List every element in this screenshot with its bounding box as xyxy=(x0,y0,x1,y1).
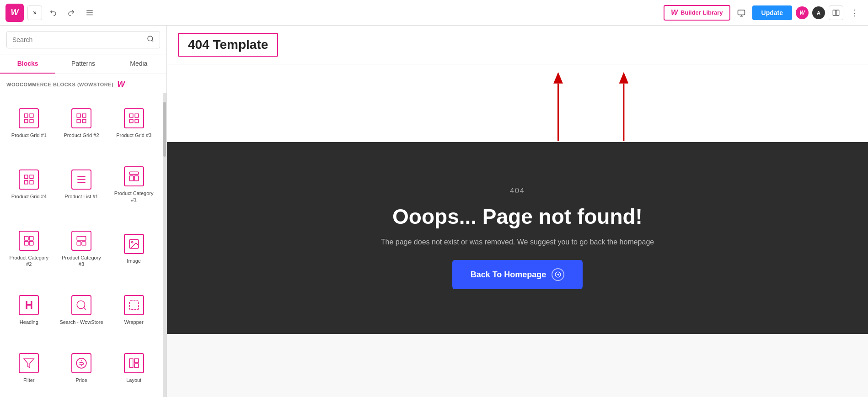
block-label: Search - WowStore xyxy=(59,319,103,325)
sidebar-scrollbar[interactable] xyxy=(163,93,166,397)
price-icon xyxy=(71,353,91,373)
content-area: 404 Template 404 Ooops... P xyxy=(167,26,868,397)
toolbar-left: W × xyxy=(5,4,97,22)
block-product-grid-4[interactable]: Product Grid #4 xyxy=(4,153,54,215)
layout-icon xyxy=(124,353,144,373)
sidebar-tabs: Blocks Patterns Media xyxy=(0,54,166,74)
search-input[interactable] xyxy=(7,32,141,47)
image-icon xyxy=(124,234,144,254)
block-heading[interactable]: H Heading xyxy=(4,281,54,338)
tab-blocks[interactable]: Blocks xyxy=(0,54,55,74)
block-product-category-1[interactable]: Product Category #1 xyxy=(108,153,159,215)
error-heading: Ooops... Page not found! xyxy=(392,204,643,229)
svg-rect-46 xyxy=(129,359,133,368)
block-label: Product Category #1 xyxy=(111,190,156,203)
svg-rect-3 xyxy=(738,10,745,15)
canvas-empty-top xyxy=(167,64,868,142)
svg-rect-34 xyxy=(25,241,29,245)
svg-rect-48 xyxy=(134,364,139,368)
svg-point-45 xyxy=(76,358,86,368)
menu-button[interactable] xyxy=(82,5,97,20)
block-product-grid-2[interactable]: Product Grid #2 xyxy=(56,95,107,151)
block-product-grid-1[interactable]: Product Grid #1 xyxy=(4,95,54,151)
block-label: Product Grid #2 xyxy=(64,132,99,138)
svg-rect-15 xyxy=(82,114,86,117)
block-label: Wrapper xyxy=(124,319,144,325)
canvas-area[interactable]: 404 Ooops... Page not found! The page do… xyxy=(167,64,868,397)
svg-line-42 xyxy=(84,307,86,310)
svg-rect-20 xyxy=(129,119,133,123)
sidebar-scroll-thumb xyxy=(163,102,166,157)
svg-rect-7 xyxy=(836,10,839,16)
block-label: Product Grid #1 xyxy=(11,132,47,138)
product-grid-1-icon xyxy=(19,108,39,128)
svg-point-41 xyxy=(77,301,85,308)
device-toggle-button[interactable] xyxy=(734,5,749,20)
svg-rect-11 xyxy=(30,114,33,117)
svg-rect-6 xyxy=(833,10,836,16)
split-view-button[interactable] xyxy=(829,5,843,20)
svg-rect-37 xyxy=(77,242,81,245)
woo-logo-small: W xyxy=(796,6,809,19)
svg-rect-32 xyxy=(25,236,29,240)
update-label: Update xyxy=(761,9,783,16)
svg-rect-47 xyxy=(134,359,139,363)
svg-rect-23 xyxy=(30,175,33,179)
undo-button[interactable] xyxy=(46,5,60,20)
main-layout: Blocks Patterns Media WOOCOMMERCE BLOCKS… xyxy=(0,26,868,397)
block-price[interactable]: Price xyxy=(56,339,107,395)
svg-rect-13 xyxy=(30,119,33,123)
template-title-box: 404 Template xyxy=(178,33,278,57)
block-search-wowstore[interactable]: Search - WowStore xyxy=(56,281,107,338)
block-wrapper[interactable]: Wrapper xyxy=(108,281,159,338)
back-button-circle-icon xyxy=(552,268,564,281)
block-image[interactable]: Image xyxy=(108,217,159,280)
close-button[interactable]: × xyxy=(27,5,42,20)
block-product-grid-3[interactable]: Product Grid #3 xyxy=(108,95,159,151)
block-product-category-3[interactable]: Product Category #3 xyxy=(56,217,107,280)
product-grid-2-icon xyxy=(71,108,91,128)
svg-rect-24 xyxy=(25,180,28,184)
block-filter[interactable]: Filter xyxy=(4,339,54,395)
block-label: Product Category #2 xyxy=(6,254,52,268)
block-label: Product List #1 xyxy=(64,193,98,200)
tab-media[interactable]: Media xyxy=(111,54,166,74)
search-bar xyxy=(0,26,166,54)
back-button-label: Back To Homepage xyxy=(471,270,547,280)
more-options-button[interactable]: ⋮ xyxy=(847,6,863,20)
redo-button[interactable] xyxy=(64,5,79,20)
svg-rect-21 xyxy=(135,119,139,123)
svg-rect-35 xyxy=(29,241,33,245)
svg-rect-36 xyxy=(77,236,86,240)
logo-icon: W xyxy=(5,4,24,22)
avatar[interactable]: A xyxy=(812,6,825,19)
svg-point-8 xyxy=(148,36,153,41)
product-list-1-icon xyxy=(71,169,91,190)
back-to-homepage-button[interactable]: Back To Homepage xyxy=(452,260,583,289)
woo-icon: W xyxy=(671,9,678,17)
product-category-3-icon xyxy=(71,231,91,251)
toolbar-right: W Builder Library Update W A ⋮ xyxy=(664,5,863,21)
tab-patterns[interactable]: Patterns xyxy=(55,54,111,74)
block-label: Heading xyxy=(20,319,38,325)
block-product-category-2[interactable]: Product Category #2 xyxy=(4,217,54,280)
svg-rect-17 xyxy=(82,119,86,123)
block-layout[interactable]: Layout xyxy=(108,339,159,395)
search-wowstore-icon xyxy=(71,295,91,315)
update-button[interactable]: Update xyxy=(752,5,792,20)
svg-rect-12 xyxy=(25,119,28,123)
blocks-grid: Product Grid #1 Product Grid #2 Product … xyxy=(0,93,163,397)
builder-library-button[interactable]: W Builder Library xyxy=(664,5,730,21)
block-label: Filter xyxy=(23,377,34,383)
block-product-list-1[interactable]: Product List #1 xyxy=(56,153,107,215)
product-category-1-icon xyxy=(124,166,144,186)
canvas-404-section: 404 Ooops... Page not found! The page do… xyxy=(167,142,868,334)
search-button[interactable] xyxy=(141,32,160,48)
block-label: Product Category #3 xyxy=(59,254,104,268)
toolbar: W × W Builder Library Update W A xyxy=(0,0,868,26)
template-title: 404 Template xyxy=(188,37,268,52)
woo-badge-icon: W xyxy=(117,79,125,89)
filter-icon xyxy=(19,353,39,373)
heading-icon: H xyxy=(19,295,39,315)
builder-library-label: Builder Library xyxy=(680,9,723,16)
